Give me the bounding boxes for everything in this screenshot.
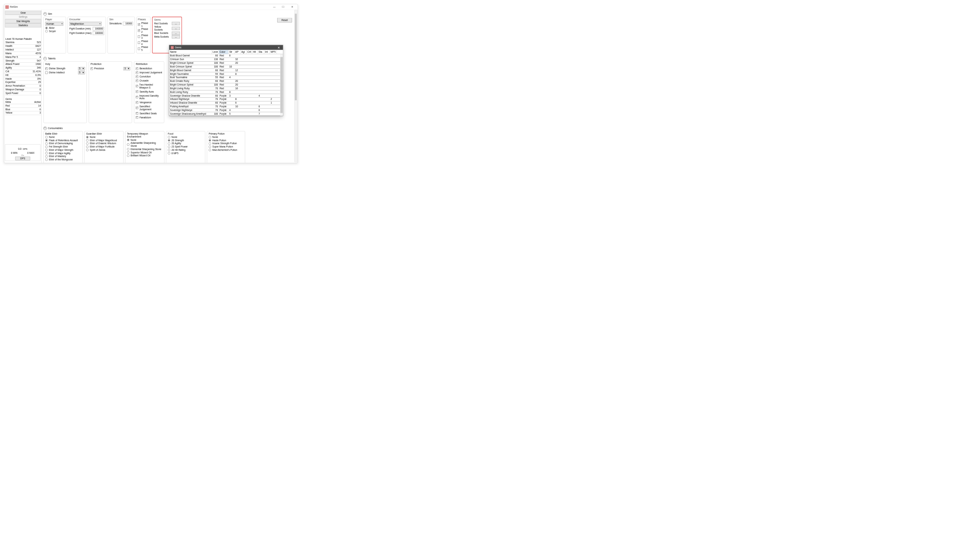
talent-rank-dropdown[interactable]: 5▾ <box>78 67 85 70</box>
phase-checkbox[interactable]: Phase 3 <box>138 34 149 40</box>
consumable-radio[interactable]: Elemental Sharpening Stone <box>127 148 163 151</box>
consumable-radio[interactable]: None <box>45 136 81 139</box>
consumable-radio[interactable]: None <box>86 136 122 139</box>
phase-checkbox[interactable]: Phase 2 <box>138 28 149 33</box>
consumable-radio[interactable]: Elixir of Major Fortitude <box>86 145 122 148</box>
consumable-radio[interactable]: Elixir of Major Mageblood <box>86 139 122 142</box>
talent-checkbox[interactable]: Sanctified Seals <box>136 112 157 115</box>
phase-checkbox[interactable]: Phase 1 <box>138 22 149 27</box>
talent-checkbox[interactable]: Benediction <box>136 67 152 70</box>
talent-checkbox[interactable]: Improved Judgement <box>136 71 162 74</box>
nav-gear[interactable]: Gear <box>5 11 41 15</box>
gem-row[interactable]: Sovereign Shadowsong Amethyst100Purple57 <box>169 112 283 116</box>
talent-checkbox[interactable]: Precision <box>91 67 104 70</box>
consumable-radio[interactable]: None <box>208 136 243 139</box>
duration-min-input[interactable]: 160000 <box>93 27 104 30</box>
col-level[interactable]: Leve <box>212 50 219 54</box>
dialog-scrollbar-thumb[interactable] <box>280 57 283 113</box>
dialog-close-button[interactable]: ✕ <box>277 46 281 49</box>
section-sim-header[interactable]: Sim <box>43 12 295 16</box>
dps-button[interactable]: DPS <box>15 157 30 160</box>
talent-checkbox[interactable]: Sanctity Aura <box>136 90 154 93</box>
gem-row[interactable]: Bold Blood Garnet60Red6 <box>169 54 283 58</box>
consumable-radio[interactable]: Brilliant Wizard Oil <box>127 154 163 157</box>
col-ap[interactable]: AP <box>234 50 240 54</box>
consumable-radio[interactable]: Elixir of Major Agility <box>45 152 81 155</box>
talent-checkbox[interactable]: Sanctified Judgement <box>136 105 162 111</box>
consumable-radio[interactable]: Insane Strength Potion <box>208 142 243 145</box>
maximize-button[interactable]: ☐ <box>278 5 288 10</box>
dialog-titlebar[interactable]: Gems ✕ <box>169 45 283 50</box>
socket-button[interactable]: ... <box>172 27 180 30</box>
consumable-radio[interactable]: 8 MP5 <box>168 152 204 155</box>
col-str[interactable]: Str <box>229 50 234 54</box>
talent-checkbox[interactable]: Fanaticism <box>136 116 151 119</box>
consumable-radio[interactable]: Spirit of Zanza <box>86 148 122 152</box>
consumable-radio[interactable]: Haste Potion <box>208 139 243 142</box>
gem-row[interactable]: Bright Living Ruby70Red16 <box>169 87 283 90</box>
socket-button[interactable]: ... <box>172 32 180 35</box>
gem-row[interactable]: Sovereign Nightseye70Purple46 <box>169 109 283 112</box>
section-consumables-header[interactable]: Consumables <box>43 126 295 130</box>
gem-row[interactable]: Bold Ornate Ruby60Red20 <box>169 80 283 83</box>
col-int[interactable]: Int <box>264 50 270 54</box>
socket-button[interactable]: ... <box>172 22 180 26</box>
gem-row[interactable]: Infused Nightseye70Purple82 <box>169 98 283 101</box>
consumable-radio[interactable]: Elixir of Major Strength <box>45 148 81 152</box>
faction-radio[interactable]: Scryer <box>45 30 64 33</box>
talent-checkbox[interactable]: Conviction <box>136 75 151 78</box>
dialog-scrollbar[interactable] <box>280 54 283 116</box>
close-button[interactable]: ✕ <box>288 5 296 10</box>
faction-radio[interactable]: Aldor <box>45 27 64 29</box>
simulations-input[interactable]: 10000 <box>123 22 133 26</box>
nav-settings[interactable]: Settings <box>5 15 41 19</box>
duration-max-input[interactable]: 180000 <box>93 31 104 35</box>
consumable-radio[interactable]: Mad Alchemist's Potion <box>208 148 243 152</box>
consumable-radio[interactable]: Adamantite Sharpening Stone <box>127 142 163 147</box>
consumable-radio[interactable]: 20 Strength <box>168 139 204 142</box>
race-dropdown[interactable]: Human▾ <box>45 22 64 26</box>
col-name[interactable]: Name <box>169 50 212 54</box>
gem-row[interactable]: Bright Blood Garnet60Red12 <box>169 69 283 72</box>
talent-rank-dropdown[interactable]: 5▾ <box>78 71 85 75</box>
talent-checkbox[interactable]: Divine Strength <box>45 67 65 70</box>
talent-rank-dropdown[interactable]: 3▾ <box>124 67 130 70</box>
talent-checkbox[interactable]: Crusade <box>136 79 149 82</box>
consumable-radio[interactable]: Superior Wizard Oil <box>127 151 163 154</box>
col-agi[interactable]: Agi <box>240 50 246 54</box>
talent-checkbox[interactable]: Divine Intellect <box>45 71 65 74</box>
boss-dropdown[interactable]: Magtheridon▾ <box>69 22 101 26</box>
talent-checkbox[interactable]: Two-Handed Weapon S <box>136 83 162 89</box>
consumable-radio[interactable]: Flask of Relentless Assault <box>45 139 81 142</box>
gem-row[interactable]: Bright Crimson Spinel100Red20 <box>169 62 283 65</box>
consumable-radio[interactable]: None <box>168 136 204 139</box>
talent-checkbox[interactable]: Vengeance <box>136 101 152 104</box>
gem-row[interactable]: Sovereign Shadow Draenite60Purple34 <box>169 94 283 98</box>
consumable-radio[interactable]: Elixir of Mastery <box>45 155 81 158</box>
main-scrollbar[interactable] <box>294 10 298 162</box>
consumable-radio[interactable]: Super Mana Potion <box>208 145 243 148</box>
col-mp5[interactable]: MP5 <box>270 50 277 54</box>
scrollbar-thumb[interactable] <box>295 14 297 100</box>
gem-row[interactable]: Bright Crimson Spinel100Red20 <box>169 83 283 87</box>
talent-checkbox[interactable]: Improved Sanctity Aura <box>136 94 162 100</box>
reset-button[interactable]: Reset <box>277 18 292 22</box>
consumable-radio[interactable]: Elixir of Draenic Wisdom <box>86 142 122 145</box>
consumable-radio[interactable]: Fel Strength Elixir <box>45 145 81 148</box>
consumable-radio[interactable]: None <box>127 139 163 142</box>
consumable-radio[interactable]: 23 Spell Power <box>168 145 204 148</box>
socket-button[interactable]: ... <box>172 35 180 39</box>
phase-checkbox[interactable]: Phase 5 <box>138 46 149 51</box>
minimize-button[interactable]: — <box>270 5 278 10</box>
gem-row[interactable]: Crimson Sun130Red32 <box>169 58 283 62</box>
consumable-radio[interactable]: Elixir of Demonslaying <box>45 142 81 145</box>
gem-row[interactable]: Infused Shadow Draenite60Purple61 <box>169 101 283 105</box>
col-color[interactable]: Color <box>219 50 229 54</box>
gem-row[interactable]: Bold Living Ruby70Red8 <box>169 90 283 94</box>
gem-row[interactable]: Bold Crimson Spinel100Red10 <box>169 65 283 69</box>
gem-row[interactable]: Pulsing Amethyst70Purple106 <box>169 105 283 109</box>
consumable-radio[interactable]: 20 Agility <box>168 142 204 145</box>
gem-row[interactable]: Bright Tourmaline55Red8 <box>169 72 283 76</box>
nav-statistics[interactable]: Statistics <box>5 23 41 27</box>
col-sta[interactable]: Sta <box>258 50 264 54</box>
